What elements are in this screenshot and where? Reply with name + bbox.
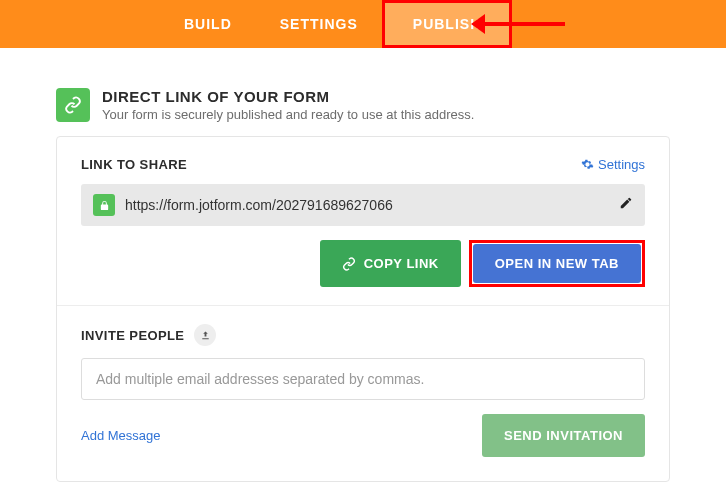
copy-link-label: COPY LINK (364, 256, 439, 271)
send-invitation-label: SEND INVITATION (504, 428, 623, 443)
tab-build[interactable]: BUILD (160, 0, 256, 48)
section-subtitle: Your form is securely published and read… (102, 107, 474, 122)
section-header: DIRECT LINK OF YOUR FORM Your form is se… (56, 88, 670, 122)
open-new-tab-label: OPEN IN NEW TAB (495, 256, 619, 271)
lock-icon (93, 194, 115, 216)
copy-link-button[interactable]: COPY LINK (320, 240, 461, 287)
send-invitation-button[interactable]: SEND INVITATION (482, 414, 645, 457)
upload-icon (194, 324, 216, 346)
share-settings-label: Settings (598, 157, 645, 172)
content-area: DIRECT LINK OF YOUR FORM Your form is se… (0, 48, 726, 482)
invite-people-label: INVITE PEOPLE (81, 328, 184, 343)
top-nav: BUILD SETTINGS PUBLISH (0, 0, 726, 48)
gear-icon (581, 158, 594, 171)
section-title: DIRECT LINK OF YOUR FORM (102, 88, 474, 105)
link-to-share-label: LINK TO SHARE (81, 157, 187, 172)
form-url-text: https://form.jotform.com/202791689627066 (125, 197, 609, 213)
share-settings-link[interactable]: Settings (581, 157, 645, 172)
link-icon (56, 88, 90, 122)
tab-settings[interactable]: SETTINGS (256, 0, 382, 48)
open-new-tab-button[interactable]: OPEN IN NEW TAB (473, 244, 641, 283)
share-card: LINK TO SHARE Settings https://form.jotf… (56, 136, 670, 482)
card-divider (57, 305, 669, 306)
open-tab-highlight: OPEN IN NEW TAB (469, 240, 645, 287)
invite-email-input[interactable] (81, 358, 645, 400)
edit-url-button[interactable] (619, 196, 633, 214)
annotation-arrow (485, 22, 565, 26)
form-url-box[interactable]: https://form.jotform.com/202791689627066 (81, 184, 645, 226)
pencil-icon (619, 196, 633, 210)
add-message-link[interactable]: Add Message (81, 428, 161, 443)
link-icon (342, 257, 356, 271)
